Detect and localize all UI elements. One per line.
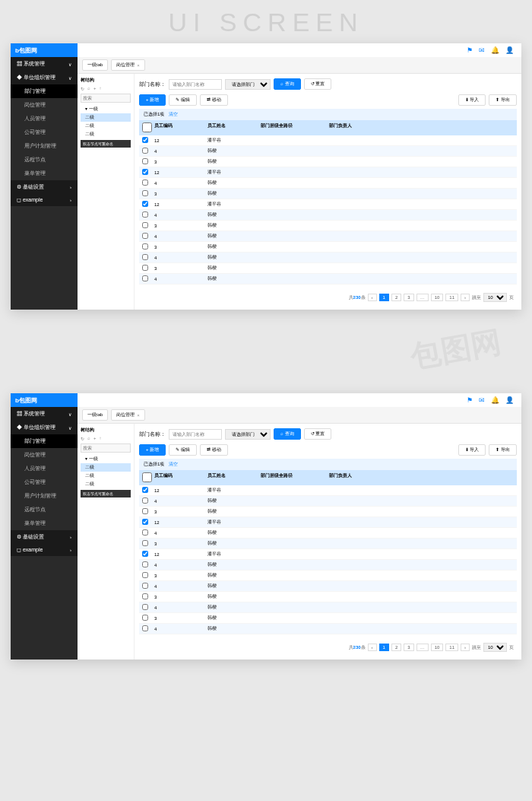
tree-search-input[interactable] [81, 443, 131, 453]
table-row[interactable]: 12 潘平谷 [139, 549, 517, 560]
user-icon[interactable]: 👤 [505, 46, 514, 54]
sidebar-item[interactable]: 部门管理 [11, 434, 78, 448]
table-row[interactable]: 4 韩樑 [139, 560, 517, 571]
sidebar-item[interactable]: 岗位管理 [11, 98, 78, 112]
table-row[interactable]: 4 韩樑 [139, 231, 517, 242]
sidebar-base-set[interactable]: ⚙ 基础设置› [11, 180, 78, 194]
move-button[interactable]: ⇄ 移动 [200, 444, 228, 456]
add-button[interactable]: + 新增 [139, 444, 166, 456]
row-checkbox[interactable] [142, 211, 148, 218]
refresh-icon[interactable]: ↻ [81, 86, 84, 91]
sidebar-item[interactable]: 用户计划管理 [11, 489, 78, 503]
row-checkbox[interactable] [142, 137, 148, 143]
sidebar-item[interactable]: 人员管理 [11, 462, 78, 475]
table-row[interactable]: 3 韩樑 [139, 242, 517, 253]
row-checkbox[interactable] [142, 615, 148, 621]
sidebar-item[interactable]: 公司管理 [11, 475, 78, 489]
col-header[interactable]: 员工编码 [154, 472, 207, 483]
sidebar-item[interactable]: 远程节点 [11, 503, 78, 517]
table-row[interactable]: 4 韩樑 [139, 602, 517, 613]
sidebar-item[interactable]: 用户计划管理 [11, 139, 78, 153]
mail-icon[interactable]: ✉ [479, 396, 485, 404]
row-checkbox[interactable] [142, 625, 148, 631]
col-header[interactable]: 部门层级全路径 [261, 122, 329, 133]
row-checkbox[interactable] [142, 604, 148, 610]
tab[interactable]: 岗位管理× [111, 59, 145, 71]
page-number[interactable]: 3 [404, 644, 413, 651]
col-header[interactable]: 员工姓名 [207, 472, 261, 483]
row-checkbox[interactable] [142, 148, 148, 154]
sidebar-item[interactable]: 公司管理 [11, 126, 78, 139]
row-checkbox[interactable] [142, 487, 148, 493]
select-all-checkbox[interactable] [142, 472, 152, 482]
table-row[interactable]: 12 潘平谷 [139, 135, 517, 146]
prev-page[interactable]: ‹ [368, 294, 377, 301]
tree-node[interactable]: ▾ 一级 [81, 105, 131, 113]
mail-icon[interactable]: ✉ [479, 46, 485, 54]
add-icon[interactable]: + [93, 436, 97, 441]
table-row[interactable]: 12 潘平谷 [139, 517, 517, 528]
user-icon[interactable]: 👤 [505, 396, 514, 404]
page-number[interactable]: 10 [431, 644, 444, 651]
reset-button[interactable]: ↺ 重置 [304, 78, 332, 90]
search-icon[interactable]: ⌕ [87, 436, 90, 441]
page-number[interactable]: 11 [445, 644, 458, 651]
page-number[interactable]: 11 [445, 294, 458, 301]
up-icon[interactable]: ↑ [100, 436, 102, 441]
table-row[interactable]: 4 韩樑 [139, 528, 517, 539]
close-icon[interactable]: × [137, 63, 140, 68]
next-page[interactable]: › [461, 644, 470, 651]
page-number[interactable]: 1 [379, 644, 389, 651]
import-button[interactable]: ⬇ 导入 [458, 94, 486, 106]
dept-input[interactable] [169, 79, 222, 90]
page-number[interactable]: … [416, 294, 429, 301]
move-button[interactable]: ⇄ 移动 [200, 94, 228, 106]
table-row[interactable]: 12 潘平谷 [139, 485, 517, 496]
row-checkbox[interactable] [142, 254, 148, 260]
bell-icon[interactable]: 🔔 [491, 396, 499, 404]
row-checkbox[interactable] [142, 561, 148, 567]
edit-button[interactable]: ✎ 编辑 [169, 94, 197, 106]
sidebar-item[interactable]: 远程节点 [11, 153, 78, 167]
tree-node[interactable]: 二级 [81, 480, 131, 488]
table-row[interactable]: 4 韩樑 [139, 210, 517, 221]
table-row[interactable]: 4 韩樑 [139, 253, 517, 263]
row-checkbox[interactable] [142, 233, 148, 239]
row-checkbox[interactable] [142, 519, 148, 525]
dept-select[interactable]: 请选择部门 [225, 429, 271, 440]
row-checkbox[interactable] [142, 551, 148, 557]
goto-select[interactable]: 10 [483, 643, 507, 652]
close-icon[interactable]: × [137, 413, 140, 418]
page-number[interactable]: … [416, 644, 429, 651]
col-header[interactable]: 员工姓名 [207, 122, 261, 133]
sidebar-example[interactable]: ◻ example› [11, 194, 78, 206]
sidebar-org-mgmt[interactable]: ◆ 单位组织管理∨ [11, 71, 78, 84]
flag-icon[interactable]: ⚑ [467, 396, 473, 404]
page-number[interactable]: 2 [391, 644, 401, 651]
refresh-icon[interactable]: ↻ [81, 436, 84, 441]
tree-node[interactable]: 二级 [81, 130, 131, 138]
sidebar-item[interactable]: 菜单管理 [11, 167, 78, 180]
table-row[interactable]: 3 韩樑 [139, 263, 517, 274]
table-row[interactable]: 4 韩樑 [139, 178, 517, 189]
page-number[interactable]: 2 [391, 294, 401, 301]
row-checkbox[interactable] [142, 190, 148, 196]
row-checkbox[interactable] [142, 583, 148, 589]
row-checkbox[interactable] [142, 593, 148, 599]
table-row[interactable]: 3 韩樑 [139, 539, 517, 549]
tree-node[interactable]: 二级 [81, 113, 131, 122]
search-icon[interactable]: ⌕ [87, 86, 90, 91]
export-button[interactable]: ⬆ 导出 [489, 94, 517, 106]
sidebar-org-mgmt[interactable]: ◆ 单位组织管理∨ [11, 421, 78, 434]
flag-icon[interactable]: ⚑ [467, 46, 473, 54]
col-header[interactable]: 员工编码 [154, 122, 207, 133]
row-checkbox[interactable] [142, 169, 148, 175]
table-row[interactable]: 12 潘平谷 [139, 199, 517, 210]
dept-input[interactable] [169, 429, 222, 440]
col-header[interactable]: 部门负责人 [329, 472, 514, 483]
table-row[interactable]: 4 韩樑 [139, 496, 517, 507]
row-checkbox[interactable] [142, 572, 148, 578]
sidebar-example[interactable]: ◻ example› [11, 544, 78, 556]
sidebar-item[interactable]: 部门管理 [11, 84, 78, 98]
page-number[interactable]: 3 [404, 294, 413, 301]
